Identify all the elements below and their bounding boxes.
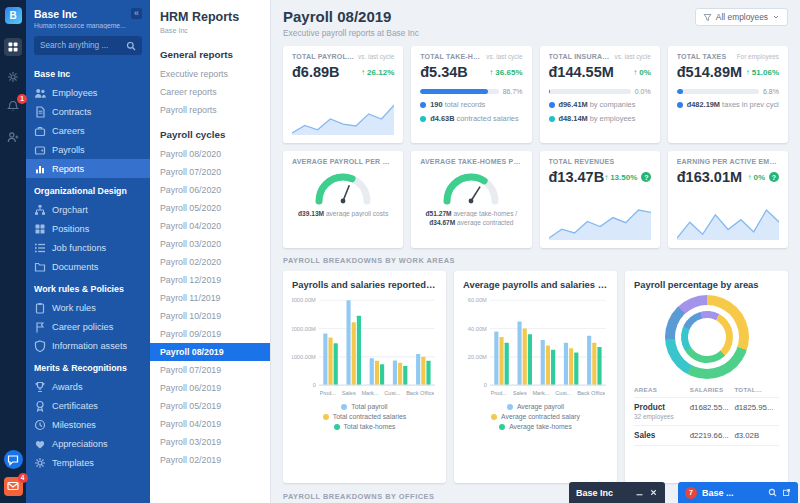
sparkline-chart: [677, 206, 779, 240]
sidebar-item-work-rules[interactable]: Work rules: [26, 298, 150, 317]
gauge-chart: [439, 170, 503, 208]
general-reports-header: General reports: [150, 39, 270, 65]
report-item-career-reports[interactable]: Career reports: [150, 83, 270, 101]
x-axis-label: Prod...: [491, 390, 507, 396]
x-axis-label: Mark...: [361, 390, 378, 396]
chart-card-payrolls-and-salaries-reported-by-areas: Payrolls and salaries reported by areas3…: [283, 271, 446, 483]
sidebar-item-career-policies[interactable]: Career policies: [26, 317, 150, 336]
cycle-item-payroll-08-2019[interactable]: Payroll 08/2019: [150, 343, 270, 361]
notification-badge: 1: [17, 94, 27, 104]
mail-launcher-icon[interactable]: 4: [4, 477, 23, 496]
cycle-item-payroll-05-2019[interactable]: Payroll 05/2019: [150, 397, 270, 415]
sidebar-item-reports[interactable]: Reports: [26, 159, 150, 178]
sidebar-item-label: Positions: [52, 224, 89, 234]
sidebar-item-milestones[interactable]: Milestones: [26, 415, 150, 434]
sidebar-item-awards[interactable]: Awards: [26, 377, 150, 396]
sidebar-item-documents[interactable]: Documents: [26, 257, 150, 276]
sidebar-item-contracts[interactable]: Contracts: [26, 102, 150, 121]
svg-text:1000.00M: 1000.00M: [292, 354, 316, 360]
x-axis-labels: Prod...SalesMark...Cust...Back Office: [317, 390, 437, 396]
sidebar-item-certificates[interactable]: Certificates: [26, 396, 150, 415]
cycle-item-payroll-09-2019[interactable]: Payroll 09/2019: [150, 325, 270, 343]
list-icon: [34, 242, 46, 254]
help-icon[interactable]: ?: [641, 172, 651, 182]
kpi-label: EARNING PER ACTIVE EMPLOYEES: [677, 158, 779, 165]
x-axis-label: Cust...: [384, 390, 400, 396]
table-header: AREAS: [634, 386, 690, 393]
trophy-icon: [34, 381, 46, 393]
sidebar-item-positions[interactable]: Positions: [26, 219, 150, 238]
sidebar-section-merits-recognitions: Merits & Recognitions: [26, 355, 150, 377]
legend-item: Average contracted salary: [491, 413, 580, 420]
cycle-item-payroll-06-2019[interactable]: Payroll 06/2019: [150, 379, 270, 397]
sidebar-item-employees[interactable]: Employees: [26, 83, 150, 102]
sidebar-item-appreciations[interactable]: Appreciations: [26, 434, 150, 453]
kpi-delta: ↑ 0%?: [747, 172, 779, 182]
table-row[interactable]: Salesđ2219.66...đ3.02B: [634, 426, 779, 446]
gear-icon[interactable]: [4, 68, 22, 86]
search-box: [34, 36, 142, 55]
base-logo[interactable]: B: [5, 7, 22, 24]
kpi-card-earning-per-active-employees: EARNING PER ACTIVE EMPLOYEESđ163.01M↑ 0%…: [668, 151, 788, 248]
messenger-title: Base ...: [702, 488, 763, 498]
report-item-payroll-reports[interactable]: Payroll reports: [150, 101, 270, 119]
cycle-item-payroll-02-2020[interactable]: Payroll 02/2020: [150, 253, 270, 271]
minimize-icon[interactable]: [635, 488, 644, 497]
cycle-item-payroll-08-2020[interactable]: Payroll 08/2020: [150, 145, 270, 163]
cycle-item-payroll-03-2020[interactable]: Payroll 03/2020: [150, 235, 270, 253]
sidebar: Base Inc Human resource manageme... « Ba…: [26, 0, 150, 503]
kpi-progress: 0.0%: [549, 88, 651, 95]
cycle-item-payroll-04-2019[interactable]: Payroll 04/2019: [150, 415, 270, 433]
cycle-item-payroll-11-2019[interactable]: Payroll 11/2019: [150, 289, 270, 307]
kpi-card-total-revenues: TOTAL REVENUESđ13.47B↑ 13.50%?: [540, 151, 660, 248]
sidebar-item-job-functions[interactable]: Job functions: [26, 238, 150, 257]
cycle-item-payroll-06-2020[interactable]: Payroll 06/2020: [150, 181, 270, 199]
svg-text:3000.00M: 3000.00M: [292, 297, 316, 303]
page-title: Payroll 08/2019: [283, 8, 419, 25]
employee-filter-button[interactable]: All employees: [695, 8, 788, 26]
legend-item: Total payroll: [341, 403, 387, 410]
chat-window-minimized[interactable]: Base Inc: [569, 482, 665, 503]
clipboard-icon: [34, 302, 46, 314]
bell-icon[interactable]: 1: [4, 98, 22, 116]
person-add-icon[interactable]: [4, 128, 22, 146]
report-item-executive-reports[interactable]: Executive reports: [150, 65, 270, 83]
donut-chart: [665, 295, 749, 379]
cycle-item-payroll-12-2019[interactable]: Payroll 12/2019: [150, 271, 270, 289]
cycle-item-payroll-10-2019[interactable]: Payroll 10/2019: [150, 307, 270, 325]
sidebar-item-label: Orgchart: [52, 205, 88, 215]
chart-title: Payroll percentage by areas: [634, 279, 779, 290]
arrow-up-icon: ↑: [633, 68, 637, 77]
people-icon: [34, 87, 46, 99]
hrm-apps-icon[interactable]: [4, 38, 22, 56]
svg-text:0: 0: [313, 382, 316, 388]
close-icon[interactable]: [649, 488, 658, 497]
table-row[interactable]: Product32 employeesđ1682.55...đ1825.95..…: [634, 398, 779, 426]
cycle-item-payroll-07-2020[interactable]: Payroll 07/2020: [150, 163, 270, 181]
chat-launcher-icon[interactable]: [4, 450, 23, 469]
sidebar-item-information-assets[interactable]: Information assets: [26, 336, 150, 355]
kpi-card-total-take-homes: TOTAL TAKE-HOMESvs. last cycleđ5.34B↑ 36…: [411, 46, 531, 143]
cycle-item-payroll-02-2019[interactable]: Payroll 02/2019: [150, 451, 270, 469]
sidebar-item-templates[interactable]: Templates: [26, 453, 150, 472]
sidebar-item-label: Employees: [52, 88, 97, 98]
arrow-up-icon: ↑: [489, 68, 493, 77]
kpi-card-total-insurances: TOTAL INSURANCESvs. last cycleđ144.55M↑ …: [540, 46, 660, 143]
messenger-dock[interactable]: 7 Base ...: [678, 482, 798, 503]
sidebar-item-orgchart[interactable]: Orgchart: [26, 200, 150, 219]
kpi-bullet: 190 total records: [420, 100, 522, 109]
popout-icon[interactable]: [782, 488, 791, 497]
collapse-sidebar-button[interactable]: «: [131, 8, 142, 19]
search-icon[interactable]: [768, 488, 777, 497]
sidebar-item-payrolls[interactable]: Payrolls: [26, 140, 150, 159]
certificate-icon: [34, 400, 46, 412]
sidebar-item-label: Templates: [52, 458, 94, 468]
search-input[interactable]: [40, 41, 122, 50]
cycle-item-payroll-05-2020[interactable]: Payroll 05/2020: [150, 199, 270, 217]
help-icon[interactable]: ?: [769, 172, 779, 182]
cycle-item-payroll-04-2020[interactable]: Payroll 04/2020: [150, 217, 270, 235]
svg-text:60.00M: 60.00M: [468, 297, 487, 303]
sidebar-item-careers[interactable]: Careers: [26, 121, 150, 140]
cycle-item-payroll-03-2019[interactable]: Payroll 03/2019: [150, 433, 270, 451]
cycle-item-payroll-07-2019[interactable]: Payroll 07/2019: [150, 361, 270, 379]
